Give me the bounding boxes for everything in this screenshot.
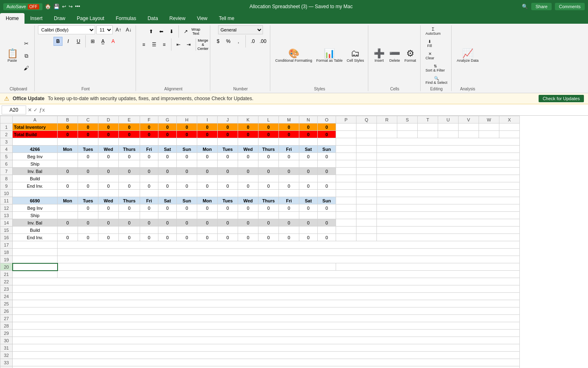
cell-o9[interactable]: 0: [318, 182, 336, 190]
font-size-select[interactable]: 11: [96, 25, 113, 34]
cell-a3[interactable]: [13, 138, 58, 146]
cell-q2[interactable]: [356, 131, 377, 138]
cell-c3[interactable]: [78, 138, 98, 146]
insert-cells-button[interactable]: ➕ Insert: [372, 45, 386, 67]
cell-i8[interactable]: [197, 175, 218, 182]
cell-c16[interactable]: 0: [78, 234, 98, 241]
cell-d4[interactable]: Wed: [98, 146, 119, 153]
cell-e7[interactable]: 0: [119, 168, 140, 175]
tab-formulas[interactable]: Formulas: [110, 13, 142, 24]
clear-button[interactable]: ✕ Clear: [424, 50, 436, 61]
check-updates-button[interactable]: Check for Updates: [539, 95, 584, 102]
cell-c7[interactable]: 0: [78, 168, 98, 175]
cell-g10[interactable]: [158, 190, 177, 197]
cell-p7[interactable]: [336, 168, 356, 175]
cell-rest12[interactable]: [377, 204, 520, 212]
formula-bar-confirm[interactable]: ✓: [33, 107, 38, 113]
cell-p8[interactable]: [336, 175, 356, 182]
cell-o4[interactable]: Sun: [318, 146, 336, 153]
cell-f4[interactable]: Fri: [140, 146, 158, 153]
cell-f5[interactable]: 0: [140, 153, 158, 160]
cell-l15[interactable]: [258, 227, 279, 234]
cell-rest16[interactable]: [377, 234, 520, 241]
cell-h1[interactable]: 0: [177, 123, 197, 131]
cell-d5[interactable]: 0: [98, 153, 119, 160]
cell-d11[interactable]: Wed: [98, 197, 119, 204]
delete-cells-button[interactable]: ➖ Delete: [387, 45, 402, 67]
cell-m14[interactable]: 0: [279, 219, 299, 227]
tab-page-layout[interactable]: Page Layout: [71, 13, 110, 24]
cell-d16[interactable]: 0: [98, 234, 119, 241]
cell-p10[interactable]: [336, 190, 356, 197]
cell-o13[interactable]: [318, 212, 336, 219]
cell-a17[interactable]: [13, 241, 58, 249]
cell-a14[interactable]: Inv. Bal: [13, 219, 58, 227]
align-left-button[interactable]: ≡: [139, 40, 148, 49]
cell-q15[interactable]: [356, 227, 377, 234]
cell-g5[interactable]: 0: [158, 153, 177, 160]
cell-b11[interactable]: Mon: [58, 197, 78, 204]
cell-b7[interactable]: 0: [58, 168, 78, 175]
cell-rest3[interactable]: [377, 138, 520, 146]
cell-m4[interactable]: Fri: [279, 146, 299, 153]
cell-h14[interactable]: 0: [177, 219, 197, 227]
comments-button[interactable]: Comments: [555, 3, 585, 10]
cell-g9[interactable]: 0: [158, 182, 177, 190]
col-header-x[interactable]: X: [499, 116, 520, 123]
cell-n9[interactable]: 0: [299, 182, 318, 190]
cell-m12[interactable]: 0: [279, 204, 299, 212]
cell-i7[interactable]: 0: [197, 168, 218, 175]
merge-center-button[interactable]: Merge &Center: [198, 40, 207, 49]
tab-home[interactable]: Home: [0, 13, 24, 24]
formula-bar-insert-fn[interactable]: ƒx: [39, 107, 45, 113]
cell-q14[interactable]: [356, 219, 377, 227]
cell-p1[interactable]: [336, 123, 356, 131]
cell-o14[interactable]: 0: [318, 219, 336, 227]
cell-l8[interactable]: [258, 175, 279, 182]
cell-j2[interactable]: 0: [218, 131, 238, 138]
cell-c10[interactable]: [78, 190, 98, 197]
align-right-button[interactable]: ≡: [160, 40, 169, 49]
cell-h9[interactable]: 0: [177, 182, 197, 190]
col-header-q[interactable]: Q: [356, 116, 377, 123]
col-header-v[interactable]: V: [459, 116, 479, 123]
cell-m7[interactable]: 0: [279, 168, 299, 175]
cell-e3[interactable]: [119, 138, 140, 146]
comma-button[interactable]: ,: [234, 37, 243, 46]
cell-o5[interactable]: 0: [318, 153, 336, 160]
cell-g1[interactable]: 0: [158, 123, 177, 131]
cell-v1[interactable]: [459, 123, 479, 131]
cell-n12[interactable]: 0: [299, 204, 318, 212]
cell-i1[interactable]: 0: [197, 123, 218, 131]
cell-k1[interactable]: 0: [238, 123, 258, 131]
cell-u2[interactable]: [438, 131, 459, 138]
cell-b12[interactable]: [58, 204, 78, 212]
cell-k2[interactable]: 0: [238, 131, 258, 138]
cell-p9[interactable]: [336, 182, 356, 190]
more-icon[interactable]: •••: [75, 4, 80, 9]
cell-n11[interactable]: Sat: [299, 197, 318, 204]
cell-q16[interactable]: [356, 234, 377, 241]
align-center-button[interactable]: ☰: [149, 40, 158, 49]
cell-l6[interactable]: [258, 160, 279, 168]
cell-f9[interactable]: 0: [140, 182, 158, 190]
cell-a1[interactable]: Total Inventory: [13, 123, 58, 131]
cell-f11[interactable]: Fri: [140, 197, 158, 204]
cell-i9[interactable]: 0: [197, 182, 218, 190]
cell-l13[interactable]: [258, 212, 279, 219]
col-header-a[interactable]: A: [13, 116, 58, 123]
cell-m2[interactable]: 0: [279, 131, 299, 138]
increase-indent-button[interactable]: ⇥: [184, 40, 193, 49]
cell-p15[interactable]: [336, 227, 356, 234]
cell-p6[interactable]: [336, 160, 356, 168]
cell-i14[interactable]: 0: [197, 219, 218, 227]
cell-a8[interactable]: Build: [13, 175, 58, 182]
cell-l11[interactable]: Thurs: [258, 197, 279, 204]
cell-k15[interactable]: [238, 227, 258, 234]
cell-n15[interactable]: [299, 227, 318, 234]
cell-p11[interactable]: [336, 197, 356, 204]
cell-k7[interactable]: 0: [238, 168, 258, 175]
cell-a20[interactable]: [13, 263, 58, 271]
cell-rest8[interactable]: [377, 175, 520, 182]
cell-t2[interactable]: [418, 131, 438, 138]
